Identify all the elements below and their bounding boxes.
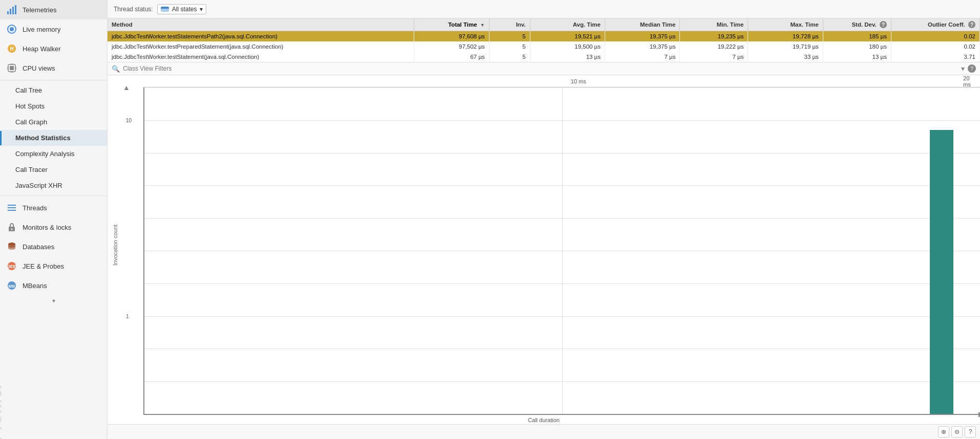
bottom-toolbar: ⊕ ⊖ ? bbox=[108, 424, 980, 439]
y-tick-1: 1 bbox=[126, 313, 129, 319]
sidebar-item-complexity-analysis[interactable]: Complexity Analysis bbox=[0, 146, 107, 162]
col-header-total-time[interactable]: Total Time ▼ bbox=[414, 18, 489, 31]
sidebar-item-databases[interactable]: Databases bbox=[0, 237, 107, 256]
x-axis-top: 10 ms 20 ms bbox=[143, 75, 980, 87]
sidebar-item-jee-probes[interactable]: JEE JEE & Probes bbox=[0, 256, 107, 276]
sidebar-item-method-statistics[interactable]: Method Statistics bbox=[0, 130, 107, 146]
filter-help-icon[interactable]: ? bbox=[968, 64, 976, 73]
table-cell: 19,728 µs bbox=[748, 31, 823, 42]
sidebar-item-threads[interactable]: Threads bbox=[0, 198, 107, 217]
thread-status-dropdown[interactable]: All states ▾ bbox=[157, 4, 207, 14]
zoom-out-button[interactable]: ⊖ bbox=[951, 426, 963, 437]
sidebar: Telemetries Live memory H Heap Walker bbox=[0, 0, 108, 439]
svg-rect-1 bbox=[10, 9, 11, 14]
table-cell: jdbc.JdbcTestWorker.testStatementsPath2(… bbox=[108, 31, 414, 42]
chart-bar-1 bbox=[930, 130, 953, 414]
svg-rect-14 bbox=[7, 67, 9, 68]
monitors-locks-icon bbox=[6, 222, 17, 233]
table-cell: 19,521 µs bbox=[530, 31, 605, 42]
data-table: Method Total Time ▼ Inv. Avg. Time Media… bbox=[108, 18, 980, 62]
table-container: Method Total Time ▼ Inv. Avg. Time Media… bbox=[108, 18, 980, 62]
sidebar-watermark: JProfiler bbox=[0, 382, 5, 439]
col-header-inv[interactable]: Inv. bbox=[489, 18, 530, 31]
thread-status-label: Thread status: bbox=[114, 6, 153, 13]
table-cell: 180 µs bbox=[823, 41, 891, 52]
svg-rect-0 bbox=[7, 11, 9, 14]
threads-icon bbox=[6, 202, 17, 213]
y-axis-arrow: ▲ bbox=[123, 83, 130, 92]
svg-rect-12 bbox=[11, 71, 12, 73]
chart-plot: 10 1 ▲ ▶ bbox=[143, 87, 980, 415]
sidebar-item-monitors-locks[interactable]: Monitors & locks bbox=[0, 217, 107, 237]
svg-rect-9 bbox=[10, 66, 14, 70]
sidebar-item-call-tracer[interactable]: Call Tracer bbox=[0, 162, 107, 178]
sidebar-label-hot-spots: Hot Spots bbox=[15, 102, 45, 110]
sidebar-collapse-btn[interactable]: ▾ bbox=[0, 295, 107, 306]
svg-point-22 bbox=[11, 229, 13, 230]
col-header-method[interactable]: Method bbox=[108, 18, 414, 31]
table-cell: jdbc.JdbcTestWorker.testStatement(java.s… bbox=[108, 52, 414, 62]
sidebar-item-javascript-xhr[interactable]: JavaScript XHR bbox=[0, 178, 107, 193]
col-header-max-time[interactable]: Max. Time bbox=[748, 18, 823, 31]
filter-bar: 🔍 ▾ ? bbox=[108, 62, 980, 75]
sidebar-label-call-tracer: Call Tracer bbox=[15, 166, 48, 173]
col-header-std-dev[interactable]: Std. Dev. ? bbox=[823, 18, 891, 31]
help-button[interactable]: ? bbox=[965, 426, 976, 437]
sidebar-label-telemetries: Telemetries bbox=[23, 6, 56, 14]
col-header-outlier-coeff[interactable]: Outlier Coeff. ? bbox=[891, 18, 979, 31]
sidebar-item-cpu-views[interactable]: CPU views bbox=[0, 58, 107, 78]
sidebar-item-call-tree[interactable]: Call Tree bbox=[0, 82, 107, 98]
main-panel: Thread status: All states ▾ Method Total… bbox=[108, 0, 980, 439]
sidebar-item-heap-walker[interactable]: H Heap Walker bbox=[0, 39, 107, 58]
zoom-in-button[interactable]: ⊕ bbox=[938, 426, 949, 437]
sidebar-label-cpu-views: CPU views bbox=[23, 64, 55, 72]
table-cell: 67 µs bbox=[414, 52, 489, 62]
y-tick-10: 10 bbox=[126, 117, 132, 123]
outlier-coeff-help-icon[interactable]: ? bbox=[968, 21, 975, 28]
filter-dropdown-arrow[interactable]: ▾ bbox=[961, 64, 965, 73]
sidebar-item-call-graph[interactable]: Call Graph bbox=[0, 114, 107, 130]
sidebar-label-javascript-xhr: JavaScript XHR bbox=[15, 182, 62, 189]
svg-text:MB: MB bbox=[9, 284, 15, 289]
col-header-min-time[interactable]: Min. Time bbox=[680, 18, 748, 31]
svg-rect-17 bbox=[15, 69, 16, 70]
sidebar-item-mbeans[interactable]: MB MBeans bbox=[0, 276, 107, 295]
table-row[interactable]: jdbc.JdbcTestWorker.testStatement(java.s… bbox=[108, 52, 980, 62]
table-cell: 13 µs bbox=[823, 52, 891, 62]
y-axis-label: Invocation count bbox=[108, 75, 123, 415]
mbeans-icon: MB bbox=[6, 280, 17, 291]
chart-wrapper: Invocation count 10 ms 20 ms bbox=[108, 75, 980, 415]
col-header-median-time[interactable]: Median Time bbox=[605, 18, 680, 31]
sort-arrow-total-time: ▼ bbox=[480, 23, 485, 28]
sidebar-label-heap-walker: Heap Walker bbox=[23, 45, 61, 53]
std-dev-help-icon[interactable]: ? bbox=[880, 21, 887, 28]
svg-rect-16 bbox=[15, 67, 16, 68]
table-cell: 0.02 bbox=[891, 31, 979, 42]
table-cell: 5 bbox=[489, 31, 530, 42]
class-view-filter-input[interactable] bbox=[123, 65, 958, 72]
table-body: jdbc.JdbcTestWorker.testStatementsPath2(… bbox=[108, 31, 980, 62]
sidebar-item-live-memory[interactable]: Live memory bbox=[0, 19, 107, 39]
sidebar-item-telemetries[interactable]: Telemetries bbox=[0, 0, 107, 19]
thread-status-icon bbox=[161, 7, 169, 12]
table-cell: 19,719 µs bbox=[748, 41, 823, 52]
svg-text:JEE: JEE bbox=[7, 264, 16, 269]
col-header-avg-time[interactable]: Avg. Time bbox=[530, 18, 605, 31]
x-axis-label: Call duration bbox=[108, 415, 980, 424]
live-memory-icon bbox=[6, 24, 17, 35]
sidebar-item-hot-spots[interactable]: Hot Spots bbox=[0, 98, 107, 114]
table-cell: 19,222 µs bbox=[680, 41, 748, 52]
grid-v-1 bbox=[562, 87, 563, 414]
svg-rect-13 bbox=[12, 71, 13, 73]
table-row[interactable]: jdbc.JdbcTestWorker.testPreparedStatemen… bbox=[108, 41, 980, 52]
cpu-views-icon bbox=[6, 62, 17, 74]
table-cell: 33 µs bbox=[748, 52, 823, 62]
svg-rect-15 bbox=[7, 69, 9, 70]
zoom-out-icon: ⊖ bbox=[954, 428, 960, 435]
heap-walker-icon: H bbox=[6, 43, 17, 54]
table-row[interactable]: jdbc.JdbcTestWorker.testStatementsPath2(… bbox=[108, 31, 980, 42]
sidebar-label-live-memory: Live memory bbox=[23, 26, 60, 33]
svg-rect-11 bbox=[12, 63, 13, 65]
sidebar-label-call-graph: Call Graph bbox=[15, 118, 47, 126]
thread-status-arrow: ▾ bbox=[200, 6, 203, 13]
